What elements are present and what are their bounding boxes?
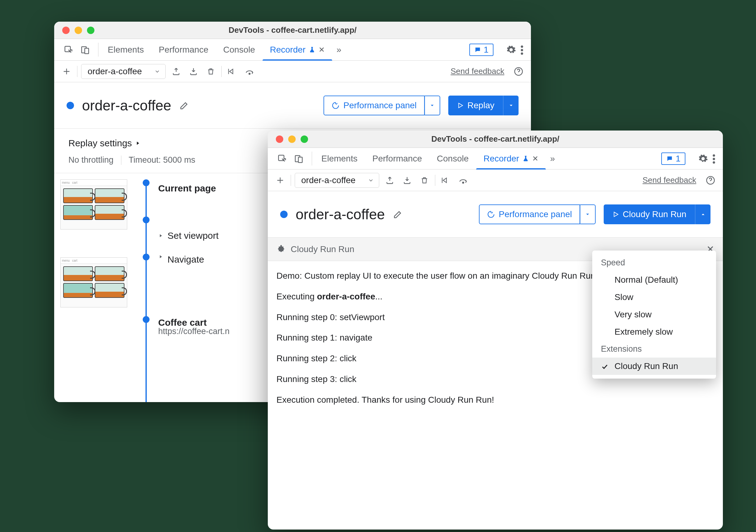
- message-icon: [474, 46, 481, 53]
- caret-right-icon: [135, 140, 141, 146]
- recorder-toolbar: order-a-coffee Send feedback: [54, 61, 531, 82]
- recording-title: order-a-coffee: [82, 97, 171, 114]
- import-icon[interactable]: [187, 64, 200, 78]
- devtools-window-2: DevTools - coffee-cart.netlify.app/ Elem…: [268, 131, 723, 529]
- step-current-page: Current page: [158, 183, 216, 194]
- recording-select[interactable]: order-a-coffee: [295, 173, 379, 188]
- inspect-icon[interactable]: [275, 152, 289, 165]
- delete-icon[interactable]: [418, 173, 431, 187]
- edit-title-icon[interactable]: [179, 100, 189, 111]
- replay-button-label: Replay: [468, 101, 495, 111]
- tab-performance[interactable]: Performance: [365, 148, 429, 169]
- titlebar: DevTools - coffee-cart.netlify.app/: [54, 22, 531, 39]
- recording-select[interactable]: order-a-coffee: [81, 64, 166, 79]
- recorder-toolbar: order-a-coffee Send feedback: [268, 169, 723, 191]
- performance-panel-button[interactable]: Performance panel: [324, 95, 425, 115]
- replay-button[interactable]: Cloudy Run Run: [604, 204, 695, 224]
- tab-recorder-label: Recorder: [270, 45, 306, 55]
- play-icon: [457, 102, 464, 109]
- tab-console[interactable]: Console: [429, 148, 476, 169]
- edit-title-icon[interactable]: [393, 209, 402, 219]
- replay-dropdown[interactable]: [503, 95, 519, 115]
- help-icon[interactable]: [512, 64, 526, 78]
- log-line: Execution completed. Thanks for using Cl…: [277, 393, 714, 407]
- menu-item-very-slow[interactable]: Very slow: [592, 306, 716, 323]
- screenshot-thumbnail[interactable]: menucart: [60, 257, 127, 307]
- performance-panel-button[interactable]: Performance panel: [479, 204, 580, 224]
- throttling-value: No throttling: [68, 155, 114, 165]
- tab-elements[interactable]: Elements: [100, 39, 151, 60]
- export-icon[interactable]: [169, 64, 183, 78]
- maximize-window-button[interactable]: [301, 136, 308, 143]
- titlebar: DevTools - coffee-cart.netlify.app/: [268, 131, 723, 148]
- delete-icon[interactable]: [204, 64, 218, 78]
- import-icon[interactable]: [400, 173, 414, 187]
- menu-item-extremely-slow[interactable]: Extremely slow: [592, 323, 716, 341]
- recording-header: order-a-coffee Performance panel Cloudy …: [268, 191, 723, 238]
- performance-panel-dropdown[interactable]: [580, 204, 596, 224]
- new-recording-button[interactable]: [273, 173, 287, 187]
- step-group-title: Coffee cart: [158, 317, 207, 328]
- tab-performance[interactable]: Performance: [151, 39, 216, 60]
- close-tab-icon[interactable]: ✕: [532, 154, 538, 163]
- tab-recorder[interactable]: Recorder ✕: [476, 148, 546, 169]
- flask-icon: [309, 46, 315, 53]
- menu-item-normal[interactable]: Normal (Default): [592, 271, 716, 289]
- flask-icon: [522, 155, 529, 162]
- send-feedback-link[interactable]: Send feedback: [451, 66, 504, 76]
- send-feedback-link[interactable]: Send feedback: [643, 175, 696, 185]
- tab-recorder[interactable]: Recorder ✕: [262, 39, 332, 60]
- close-window-button[interactable]: [62, 27, 70, 34]
- step-over-icon[interactable]: [243, 64, 256, 78]
- more-options-icon[interactable]: [712, 153, 716, 164]
- tab-recorder-label: Recorder: [484, 154, 519, 164]
- message-icon: [666, 155, 673, 162]
- screenshot-thumbnail[interactable]: menucart: [60, 179, 127, 230]
- puzzle-icon: [277, 245, 286, 254]
- performance-panel-dropdown[interactable]: [425, 95, 440, 115]
- inspect-icon[interactable]: [62, 43, 75, 57]
- step-label: Set viewport: [168, 230, 219, 241]
- recording-name-value: order-a-coffee: [301, 175, 355, 185]
- recording-name-value: order-a-coffee: [88, 66, 142, 76]
- new-recording-button[interactable]: [60, 64, 73, 78]
- continue-icon[interactable]: [439, 173, 453, 187]
- replay-dropdown[interactable]: [695, 204, 711, 224]
- replay-speed-menu: Speed Normal (Default) Slow Very slow Ex…: [592, 250, 716, 379]
- replay-button-label: Cloudy Run Run: [623, 209, 686, 219]
- issues-badge[interactable]: 1: [469, 44, 494, 56]
- tab-console[interactable]: Console: [216, 39, 262, 60]
- export-icon[interactable]: [383, 173, 396, 187]
- menu-section-speed: Speed: [592, 254, 716, 271]
- svg-point-11: [713, 154, 715, 157]
- replay-button[interactable]: Replay: [448, 95, 503, 115]
- close-window-button[interactable]: [276, 136, 283, 143]
- menu-item-slow[interactable]: Slow: [592, 289, 716, 306]
- step-label: Navigate: [168, 254, 204, 265]
- timeout-value: Timeout: 5000 ms: [129, 155, 195, 165]
- device-toolbar-icon[interactable]: [292, 152, 306, 165]
- close-tab-icon[interactable]: ✕: [318, 45, 325, 54]
- continue-icon[interactable]: [225, 64, 239, 78]
- menu-section-extensions: Extensions: [592, 341, 716, 358]
- maximize-window-button[interactable]: [87, 27, 94, 34]
- svg-point-12: [713, 158, 715, 160]
- issues-badge[interactable]: 1: [661, 152, 686, 165]
- minimize-window-button[interactable]: [75, 27, 82, 34]
- more-options-icon[interactable]: [520, 44, 524, 55]
- chevron-down-icon: [154, 68, 160, 75]
- minimize-window-button[interactable]: [288, 136, 296, 143]
- settings-gear-icon[interactable]: [698, 153, 708, 164]
- settings-gear-icon[interactable]: [506, 44, 516, 55]
- step-over-icon[interactable]: [456, 173, 470, 187]
- menu-item-cloudy-run-run[interactable]: Cloudy Run Run: [592, 358, 716, 375]
- replay-settings-label: Replay settings: [68, 138, 132, 148]
- more-tabs-button[interactable]: »: [332, 39, 346, 60]
- check-icon: [601, 361, 608, 371]
- help-icon[interactable]: [704, 173, 717, 187]
- svg-point-13: [713, 161, 715, 164]
- issues-count: 1: [676, 154, 681, 164]
- more-tabs-button[interactable]: »: [546, 148, 559, 169]
- device-toolbar-icon[interactable]: [78, 43, 92, 57]
- tab-elements[interactable]: Elements: [314, 148, 365, 169]
